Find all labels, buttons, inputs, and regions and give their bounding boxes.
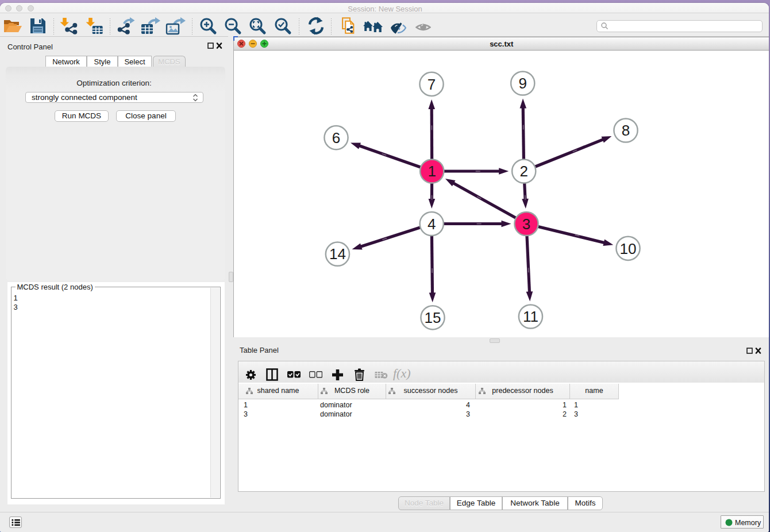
svg-text:10: 10 xyxy=(620,240,637,257)
svg-text:14: 14 xyxy=(329,245,346,263)
svg-text:1: 1 xyxy=(428,163,436,180)
svg-text:6: 6 xyxy=(332,129,340,147)
svg-text:7: 7 xyxy=(428,76,436,93)
svg-text:8: 8 xyxy=(622,122,630,139)
svg-text:2: 2 xyxy=(519,163,528,180)
svg-text:3: 3 xyxy=(522,215,530,233)
svg-text:9: 9 xyxy=(518,75,526,92)
svg-text:4: 4 xyxy=(428,215,436,233)
svg-text:15: 15 xyxy=(425,309,441,326)
svg-text:11: 11 xyxy=(523,308,538,325)
